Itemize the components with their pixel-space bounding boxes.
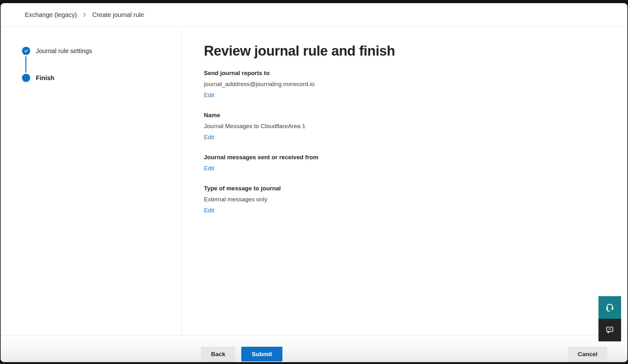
breadcrumb: Exchange (legacy) Create journal rule [1, 3, 627, 27]
back-button[interactable]: Back [201, 347, 235, 361]
section-label: Send journal reports to [204, 69, 615, 77]
breadcrumb-create-journal-rule: Create journal rule [92, 11, 144, 19]
wizard-steps-panel: Journal rule settings Finish [1, 27, 182, 335]
help-button[interactable] [598, 296, 621, 319]
chevron-right-icon [83, 12, 87, 18]
page-title: Review journal rule and finish [204, 43, 615, 59]
section-label: Type of message to journal [204, 185, 615, 192]
section-label: Name [204, 111, 615, 119]
edit-send-journal-reports-link[interactable]: Edit [204, 91, 214, 99]
floating-side-buttons [598, 296, 621, 341]
section-message-type: Type of message to journal External mess… [204, 185, 615, 214]
section-value: journal_adddress@journaling.mxrecord.io [204, 80, 615, 88]
step-completed-check-icon [22, 47, 30, 55]
section-label: Journal messages sent or received from [204, 154, 615, 161]
submit-button[interactable]: Submit [241, 347, 282, 361]
wizard-action-bar: Back Submit Cancel [1, 335, 627, 362]
step-current-dot-icon [22, 74, 30, 82]
section-value: External messages only [204, 196, 615, 203]
breadcrumb-exchange-legacy[interactable]: Exchange (legacy) [25, 11, 77, 19]
section-value: Journal Messages to CloudflareArea 1 [204, 122, 615, 130]
section-send-journal-reports: Send journal reports to journal_adddress… [204, 69, 615, 99]
section-journal-scope: Journal messages sent or received from E… [204, 154, 615, 172]
step-journal-rule-settings[interactable]: Journal rule settings [36, 47, 92, 55]
step-connector-line [25, 56, 26, 73]
app-window: Exchange (legacy) Create journal rule Jo… [1, 3, 627, 362]
step-finish: Finish [36, 74, 54, 82]
wizard-body: Journal rule settings Finish Review jour… [1, 27, 627, 335]
headset-icon [605, 302, 615, 313]
cancel-button[interactable]: Cancel [568, 347, 607, 361]
edit-journal-scope-link[interactable]: Edit [204, 165, 214, 172]
review-panel: Review journal rule and finish Send jour… [182, 27, 627, 335]
feedback-button[interactable] [598, 319, 621, 341]
edit-message-type-link[interactable]: Edit [204, 207, 214, 214]
edit-name-link[interactable]: Edit [204, 133, 214, 141]
section-name: Name Journal Messages to CloudflareArea … [204, 111, 615, 141]
comment-icon [605, 325, 614, 335]
